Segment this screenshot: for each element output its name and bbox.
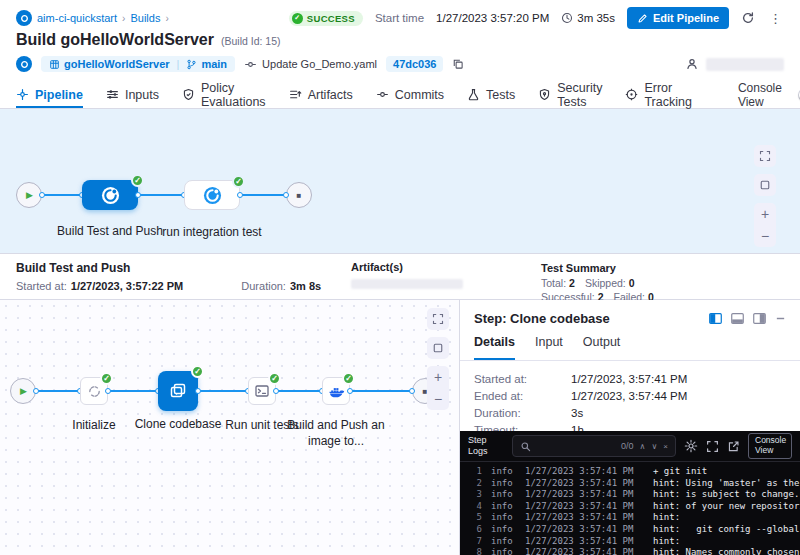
panel-layout-controls [709,313,786,324]
console-view-toggle-group: Console View [738,81,800,109]
stage-node-run-integration-test[interactable]: ✓ run integration test [184,180,240,210]
page-header: aim-ci-quickstart › Builds › ✓ SUCCESS S… [0,0,800,74]
log-line: 7info1/27/2023 3:57:41 PMhint: [468,536,800,548]
stop-icon: ■ [297,191,302,200]
fit-view-icon[interactable] [427,337,449,359]
step-details-panel: Step: Clone codebase Details Input Outpu… [460,300,800,555]
zoom-in-icon[interactable]: + [754,203,776,225]
step-panel-title: Step: Clone codebase [474,311,610,326]
stage-node-build-test-and-push[interactable]: ✓ Build Test and Push [82,180,138,210]
edit-pipeline-button[interactable]: Edit Pipeline [627,7,729,29]
search-match-count: 0/0 [621,441,634,451]
success-check-icon: ✓ [268,372,281,385]
layout-split-icon[interactable] [709,313,722,324]
tab-details[interactable]: Details [474,335,515,360]
branch-icon [186,59,197,70]
tests-flask-icon [467,88,480,101]
play-icon: ▶ [20,386,27,396]
total-duration: 3m 35s [561,12,615,24]
chevron-down-icon[interactable]: ∨ [651,442,657,451]
tab-inputs[interactable]: Inputs [106,81,159,108]
tab-artifacts[interactable]: Artifacts [289,81,353,108]
pipeline-icon [16,88,29,101]
fullscreen-icon[interactable] [706,440,719,453]
success-check-icon: ✓ [191,365,204,378]
commit-sha-link[interactable]: 47dc036 [386,56,443,72]
layout-bottom-icon[interactable] [731,313,744,324]
start-time-value: 1/27/2023 3:57:20 PM [436,12,549,24]
connector [350,390,412,392]
branch-link[interactable]: main [186,58,227,70]
gear-icon[interactable] [684,439,698,453]
page-title: Build goHelloWorldServer [16,31,214,49]
breadcrumb-builds-link[interactable]: Builds [130,12,160,24]
test-summary-title: Test Summary [541,261,664,276]
fullscreen-icon[interactable] [427,308,449,330]
commit-icon [244,58,257,71]
play-icon: ▶ [26,190,33,200]
pill-divider: | [177,58,180,70]
step-logs-title: Step Logs [468,435,504,457]
tab-commits[interactable]: Commits [376,81,444,108]
policy-shield-icon [182,88,195,101]
console-view-button[interactable]: Console View [748,433,792,459]
connector [108,390,158,392]
harness-logo-icon [16,10,32,26]
success-check-icon: ✓ [131,174,144,187]
breadcrumb-separator: › [122,13,125,24]
tests-total: 2 [569,277,575,289]
tab-policy-evaluations[interactable]: Policy Evaluations [182,81,266,108]
log-search-input[interactable]: 0/0 ∧ ∨ × [512,435,676,457]
chevron-up-icon[interactable]: ∧ [640,442,646,451]
log-line: 2info1/27/2023 3:57:41 PMhint: Using 'ma… [468,478,800,490]
connector [198,390,248,392]
breadcrumb-project-link[interactable]: aim-ci-quickstart [37,12,117,24]
tab-security-tests[interactable]: Security Tests [538,81,602,108]
redacted-artifact-value [351,279,463,289]
stage-graph-canvas[interactable]: ▶ ✓ Build Test and Push ✓ run integratio… [0,109,800,253]
step-graph-canvas[interactable]: ▶ ✓ Initialize ✓ Clone codebase [0,300,460,555]
stage-details-strip: Build Test and Push Started at: 1/27/202… [0,253,800,300]
log-line: 3info1/27/2023 3:57:41 PMhint: is subjec… [468,489,800,501]
started-at-label: Started at: [16,280,67,292]
tab-tests[interactable]: Tests [467,81,515,108]
zoom-out-icon[interactable]: − [754,225,776,247]
tab-pipeline[interactable]: Pipeline [16,81,83,108]
fullscreen-icon[interactable] [754,145,776,167]
field-value: 1/27/2023, 3:57:44 PM [571,390,786,402]
tab-output[interactable]: Output [583,335,621,360]
step-node-clone-codebase[interactable]: ✓ Clone codebase [158,371,198,411]
commits-icon [376,88,389,101]
fit-view-icon[interactable] [754,174,776,196]
breadcrumb-separator: › [165,13,168,24]
step-node-initialize[interactable]: ✓ Initialize [80,377,108,405]
repo-link[interactable]: goHelloWorldServer [49,58,170,70]
more-options-icon[interactable]: ⋮ [767,11,784,26]
refresh-icon[interactable] [741,11,755,25]
commit-message[interactable]: Update Go_Demo.yaml [244,58,377,71]
step-node-build-and-push[interactable]: ✓ Build and Push an image to... [322,377,350,405]
close-icon[interactable]: × [663,442,668,451]
zoom-in-icon[interactable]: + [427,366,449,388]
tests-skipped: 0 [629,277,635,289]
user-icon [685,57,699,71]
ci-stage-icon [203,186,222,205]
log-line: 6info1/27/2023 3:57:41 PMhint: git confi… [468,524,800,536]
log-line: 1info1/27/2023 3:57:41 PM+ git init [468,466,800,478]
zoom-out-icon[interactable]: − [427,388,449,410]
started-at-value: 1/27/2023, 3:57:22 PM [71,280,184,292]
step-node-run-unit-tests[interactable]: ✓ Run unit tests [248,377,276,405]
pipeline-end-node[interactable]: ■ [286,182,312,208]
log-output[interactable]: 1info1/27/2023 3:57:41 PM+ git init 2inf… [460,462,800,555]
layout-right-icon[interactable] [753,313,766,324]
security-shield-icon [538,88,551,101]
test-summary: Test Summary Total: 2Skipped: 0 Successf… [541,261,664,292]
field-label: Started at: [474,373,571,385]
copy-icon[interactable] [452,58,464,70]
tab-error-tracking[interactable]: Error Tracking [625,81,691,108]
step-logs-panel: Step Logs 0/0 ∧ ∨ × [460,431,800,555]
minimize-icon[interactable] [775,313,786,324]
external-link-icon[interactable] [727,440,740,453]
redacted-username [706,58,784,71]
tab-input[interactable]: Input [535,335,563,360]
